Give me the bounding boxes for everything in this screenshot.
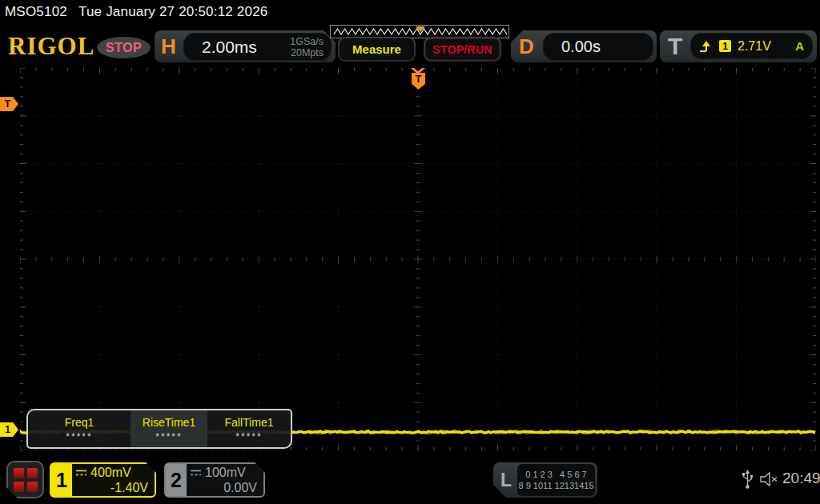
rising-edge-icon xyxy=(699,40,713,53)
rigol-logo: RIGOL xyxy=(8,32,94,61)
channel2-offset: 0.00V xyxy=(190,480,257,495)
measurement-name: RiseTime1 xyxy=(143,416,195,429)
dc-coupling-icon xyxy=(75,469,87,477)
trigger-position-marker-label: T xyxy=(416,73,421,90)
delay-box: 0.00s xyxy=(543,33,653,61)
status-bar: MSO5102Tue January 27 20:50:12 2026 xyxy=(5,4,268,20)
channel2-number: 2 xyxy=(166,464,187,496)
delay-label: D xyxy=(519,30,534,62)
graticule-grid xyxy=(20,68,816,450)
timebase-value: 2.00ms xyxy=(202,34,257,60)
trigger-level-marker-label: T xyxy=(5,98,10,110)
measure-button[interactable]: Measure xyxy=(338,37,416,62)
trigger-position-triangle-inner xyxy=(414,68,422,71)
timebase-box: 2.00ms 1GSa/s 20Mpts xyxy=(183,33,332,61)
channel1-number: 1 xyxy=(51,464,72,496)
menu-grid-button[interactable] xyxy=(6,461,44,498)
menu-grid-icon xyxy=(14,468,38,492)
stop-run-button[interactable]: STOP/RUN xyxy=(424,37,501,62)
memory-depth: 20Mpts xyxy=(290,47,324,58)
measurement-item-risetime1[interactable]: RiseTime1 ***** xyxy=(131,410,207,447)
logic-channels-badge[interactable]: L 0 1 2 3 4 5 6 7 8 9 1011 12131415 xyxy=(493,462,597,498)
channel1-badge[interactable]: 1 400mV -1.40V xyxy=(50,462,156,498)
channel1-scale: 400mV xyxy=(90,465,131,480)
acquisition-info: 1GSa/s 20Mpts xyxy=(290,36,324,58)
waveform-display[interactable]: T xyxy=(20,68,816,450)
usb-icon xyxy=(742,469,754,490)
horizontal-label: H xyxy=(161,30,176,62)
logic-row-1: 0 1 2 3 4 5 6 7 xyxy=(525,470,586,480)
logic-label: L xyxy=(500,462,512,498)
horizontal-panel[interactable]: H 2.00ms 1GSa/s 20Mpts xyxy=(155,30,336,62)
logic-row-2: 8 9 1011 12131415 xyxy=(519,481,594,491)
trigger-panel[interactable]: T 1 2.71V A xyxy=(660,30,817,62)
channel2-values: 100mV 0.00V xyxy=(190,465,257,495)
measurement-name: Freq1 xyxy=(65,416,94,429)
stop-run-button-label: STOP/RUN xyxy=(425,38,500,60)
trigger-source-badge: 1 xyxy=(719,40,731,52)
sample-rate: 1GSa/s xyxy=(290,36,324,47)
trigger-level-marker[interactable]: T xyxy=(0,97,18,111)
measurement-value: ***** xyxy=(235,431,262,442)
ch1-position-marker-label: 1 xyxy=(5,424,10,435)
measurement-item-freq1[interactable]: Freq1 ***** xyxy=(28,410,131,447)
measurement-name: FallTime1 xyxy=(225,416,274,429)
run-state-badge: STOP xyxy=(97,37,151,58)
logic-channel-list: 0 1 2 3 4 5 6 7 8 9 1011 12131415 xyxy=(517,464,595,496)
preview-trigger-marker-icon xyxy=(416,26,425,32)
trigger-label: T xyxy=(668,30,682,62)
ch1-position-marker[interactable]: 1 xyxy=(0,422,18,437)
model-name: MSO5102 xyxy=(5,4,67,19)
measurement-item-falltime1[interactable]: FallTime1 ***** xyxy=(207,410,291,447)
delay-panel[interactable]: D 0.00s xyxy=(511,30,657,62)
speaker-muted-icon xyxy=(759,471,780,487)
channel2-badge[interactable]: 2 100mV 0.00V xyxy=(164,462,265,498)
measurement-value: ***** xyxy=(66,431,92,442)
delay-value: 0.00s xyxy=(561,34,601,60)
measure-button-label: Measure xyxy=(340,38,414,60)
datetime: Tue January 27 20:50:12 2026 xyxy=(78,4,268,19)
channel1-offset: -1.40V xyxy=(75,480,148,495)
measurement-popup: Freq1 ***** RiseTime1 ***** FallTime1 **… xyxy=(26,409,292,449)
trigger-level-value: 2.71V xyxy=(738,39,771,54)
trigger-mode: A xyxy=(795,39,804,53)
measurement-value: ***** xyxy=(155,431,182,442)
channel2-scale: 100mV xyxy=(205,465,246,480)
channel1-values: 400mV -1.40V xyxy=(75,465,148,495)
oscilloscope-screen: MSO5102Tue January 27 20:50:12 2026 RIGO… xyxy=(0,0,820,504)
dc-coupling-icon xyxy=(190,469,202,477)
clock: 20:49 xyxy=(782,470,820,487)
trigger-box: 1 2.71V A xyxy=(690,33,813,59)
